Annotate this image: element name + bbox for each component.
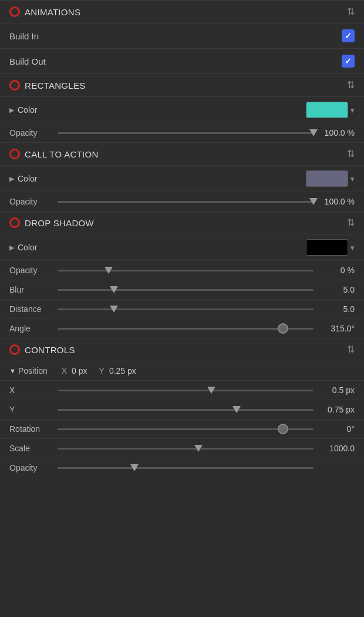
shadow-color-label: Color <box>18 243 37 252</box>
cta-color-chevron[interactable]: ▾ <box>350 175 355 183</box>
cta-color-row: ▶ Color ▾ <box>0 165 364 192</box>
call-to-action-sort-icon[interactable]: ⇅ <box>347 149 355 159</box>
call-to-action-title: CALL TO ACTION <box>25 149 99 159</box>
controls-x-slider-label: X <box>9 385 52 395</box>
rectangles-opacity-track[interactable] <box>58 132 314 134</box>
shadow-blur-label: Blur <box>9 285 52 294</box>
controls-y-axis-label: Y <box>99 366 105 375</box>
drop-shadow-section-header: DROP SHADOW ⇅ <box>0 211 364 234</box>
animations-indicator <box>9 6 20 17</box>
shadow-opacity-label: Opacity <box>9 266 52 275</box>
cta-opacity-label: Opacity <box>9 197 52 206</box>
shadow-color-chevron[interactable]: ▾ <box>350 243 355 252</box>
cta-color-expand-icon[interactable]: ▶ <box>9 175 14 183</box>
controls-scale-label: Scale <box>9 444 52 453</box>
call-to-action-indicator <box>9 149 20 159</box>
call-to-action-section-header: CALL TO ACTION ⇅ <box>0 142 364 165</box>
drop-shadow-title: DROP SHADOW <box>25 218 94 228</box>
rectangles-section-header: RECTANGLES ⇅ <box>0 73 364 96</box>
controls-sort-icon[interactable]: ⇅ <box>347 345 355 354</box>
controls-scale-value: 1000.0 <box>319 444 355 453</box>
shadow-blur-row: Blur 5.0 <box>0 280 364 299</box>
build-out-row: Build Out <box>0 48 364 73</box>
rectangles-title: RECTANGLES <box>25 81 86 90</box>
shadow-angle-track[interactable] <box>58 328 314 330</box>
shadow-color-swatch[interactable] <box>306 239 348 256</box>
controls-rotation-value: 0° <box>319 424 355 434</box>
controls-title: CONTROLS <box>25 345 75 355</box>
controls-section-header: CONTROLS ⇅ <box>0 338 364 361</box>
build-in-row: Build In <box>0 23 364 48</box>
build-in-label: Build In <box>9 31 39 41</box>
controls-x-slider-value: 0.5 px <box>319 385 355 395</box>
controls-y-slider-track[interactable] <box>58 409 314 411</box>
controls-x-value: 0 px <box>72 366 87 375</box>
controls-rotation-row: Rotation 0° <box>0 419 364 438</box>
rectangles-opacity-value: 100.0 % <box>319 128 355 138</box>
rectangles-color-expand-icon[interactable]: ▶ <box>9 106 14 114</box>
position-expand-icon[interactable]: ▼ <box>9 367 16 374</box>
controls-opacity-label: Opacity <box>9 463 52 472</box>
rectangles-color-label: Color <box>18 105 37 115</box>
shadow-angle-row: Angle 315.0° <box>0 318 364 338</box>
drop-shadow-indicator <box>9 217 20 228</box>
rectangles-color-chevron[interactable]: ▾ <box>350 106 355 115</box>
rectangles-sort-icon[interactable]: ⇅ <box>347 81 355 90</box>
animations-sort-icon[interactable]: ⇅ <box>347 7 355 16</box>
controls-y-value: 0.25 px <box>109 366 136 375</box>
shadow-color-expand-icon[interactable]: ▶ <box>9 244 14 252</box>
controls-position-label: ▼ Position <box>9 366 48 375</box>
shadow-opacity-value: 0 % <box>319 266 355 275</box>
animations-section-header: ANIMATIONS ⇅ <box>0 0 364 23</box>
shadow-distance-value: 5.0 <box>319 304 355 314</box>
drop-shadow-sort-icon[interactable]: ⇅ <box>347 218 355 227</box>
rectangles-color-swatch-wrapper: ▾ <box>306 102 355 118</box>
build-out-label: Build Out <box>9 56 46 66</box>
shadow-distance-row: Distance 5.0 <box>0 299 364 318</box>
cta-opacity-row: Opacity 100.0 % <box>0 192 364 211</box>
shadow-color-row: ▶ Color ▾ <box>0 234 364 260</box>
controls-x-slider-row: X 0.5 px <box>0 380 364 400</box>
controls-x-slider-track[interactable] <box>58 390 314 391</box>
controls-opacity-row: Opacity <box>0 458 364 477</box>
controls-y-slider-value: 0.75 px <box>319 405 355 414</box>
rectangles-opacity-row: Opacity 100.0 % <box>0 123 364 142</box>
build-in-checkbox[interactable] <box>342 29 355 42</box>
shadow-opacity-row: Opacity 0 % <box>0 260 364 280</box>
controls-opacity-track[interactable] <box>58 467 314 469</box>
controls-y-slider-label: Y <box>9 405 52 414</box>
controls-rotation-track[interactable] <box>58 428 314 430</box>
shadow-distance-track[interactable] <box>58 308 314 310</box>
shadow-blur-value: 5.0 <box>319 285 355 294</box>
shadow-opacity-track[interactable] <box>58 270 314 271</box>
cta-opacity-value: 100.0 % <box>319 197 355 206</box>
shadow-angle-label: Angle <box>9 324 52 333</box>
shadow-color-swatch-wrapper: ▾ <box>306 239 355 256</box>
shadow-angle-value: 315.0° <box>319 324 355 333</box>
controls-scale-row: Scale 1000.0 <box>0 438 364 458</box>
controls-position-row: ▼ Position X 0 px Y 0.25 px <box>0 361 364 380</box>
controls-indicator <box>9 344 20 355</box>
shadow-distance-label: Distance <box>9 304 52 314</box>
build-out-checkbox[interactable] <box>342 55 355 68</box>
shadow-blur-track[interactable] <box>58 289 314 291</box>
animations-title: ANIMATIONS <box>25 7 80 17</box>
controls-x-axis-label: X <box>62 366 67 375</box>
controls-scale-track[interactable] <box>58 448 314 450</box>
rectangles-indicator <box>9 80 20 90</box>
cta-color-label: Color <box>18 174 37 183</box>
rectangles-color-swatch[interactable] <box>306 102 348 118</box>
controls-y-slider-row: Y 0.75 px <box>0 400 364 419</box>
rectangles-opacity-label: Opacity <box>9 128 52 138</box>
cta-opacity-track[interactable] <box>58 201 314 203</box>
rectangles-color-row: ▶ Color ▾ <box>0 96 364 123</box>
controls-rotation-label: Rotation <box>9 424 52 434</box>
cta-color-swatch-wrapper: ▾ <box>306 170 355 187</box>
cta-color-swatch[interactable] <box>306 170 348 187</box>
